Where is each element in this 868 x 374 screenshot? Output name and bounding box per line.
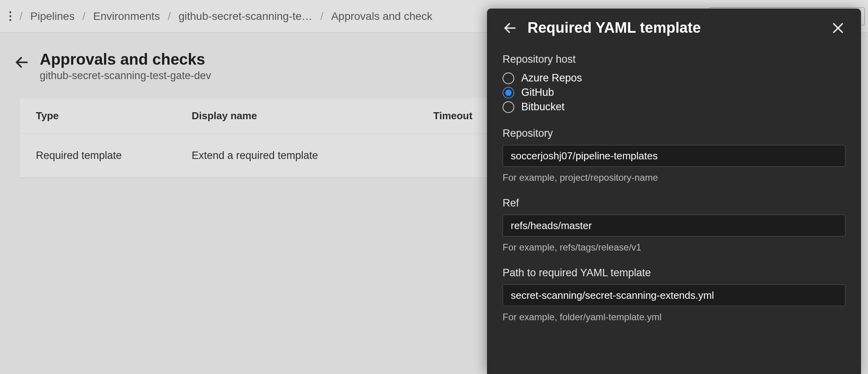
ref-label: Ref [503,197,845,209]
required-yaml-template-panel: Required YAML template Repository host A… [487,9,861,374]
repository-label: Repository [503,127,845,139]
radio-label: GitHub [521,86,554,99]
repository-input[interactable] [503,145,845,167]
path-label: Path to required YAML template [503,267,845,279]
repository-help-text: For example, project/repository-name [503,172,845,183]
repository-host-label: Repository host [503,53,845,65]
ref-input[interactable] [503,215,845,236]
path-help-text: For example, folder/yaml-template.yml [503,312,845,323]
radio-button-icon [503,101,514,113]
path-input[interactable] [503,284,845,306]
radio-button-icon [503,87,514,99]
close-icon[interactable] [831,21,845,35]
panel-back-icon[interactable] [503,21,517,35]
radio-bitbucket[interactable]: Bitbucket [503,100,845,114]
radio-github[interactable]: GitHub [503,85,845,100]
ref-help-text: For example, refs/tags/release/v1 [503,242,845,253]
radio-azure-repos[interactable]: Azure Repos [503,71,845,85]
radio-button-icon [503,72,514,84]
radio-label: Azure Repos [521,72,582,84]
panel-title: Required YAML template [528,19,820,36]
radio-label: Bitbucket [521,101,565,113]
repository-host-radio-group: Azure Repos GitHub Bitbucket [503,71,845,114]
